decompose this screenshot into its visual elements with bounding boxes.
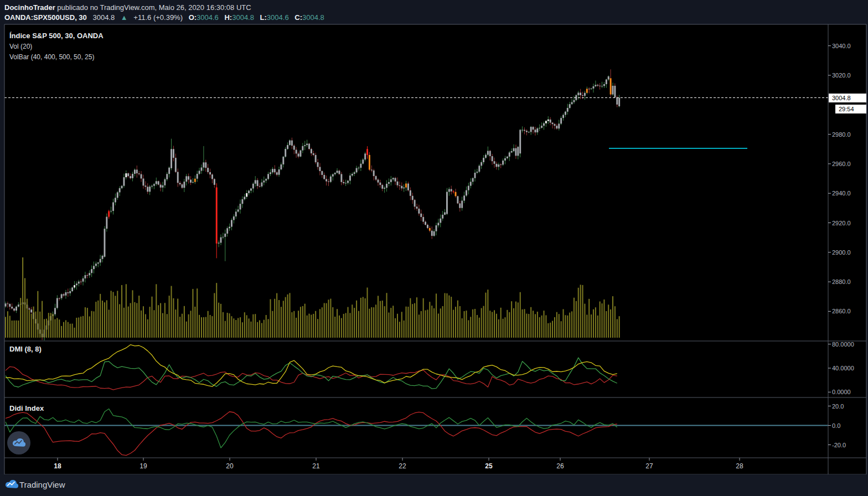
open-value: 3004.6 — [197, 13, 219, 22]
header-line1: DocinhoTrader publicado no TradingView.c… — [4, 3, 251, 12]
price-axis-label: 2920.0 — [832, 220, 851, 226]
header-line2: OANDA:SPX500USD, 30 3004.8 ▲ +11.6 (+0.3… — [4, 13, 324, 22]
price-axis-label: 2980.0 — [832, 131, 851, 138]
didi-pane-legend[interactable]: Didi Index — [9, 404, 44, 412]
tradingview-logo-icon — [12, 438, 25, 448]
chart-canvas[interactable] — [0, 0, 868, 496]
price-axis-label: 3040.0 — [832, 43, 851, 49]
price-axis-label: 3020.0 — [832, 72, 851, 79]
last-price: 3004.8 — [92, 13, 115, 22]
close-label: C: — [294, 13, 302, 22]
price-axis-label: 2900.0 — [832, 249, 851, 256]
dmi-axis-label: 0.0000 — [832, 389, 851, 395]
time-axis-label-28: 28 — [736, 462, 743, 470]
time-axis-label-19: 19 — [140, 462, 147, 470]
price-axis-label: 2960.0 — [832, 161, 851, 167]
price-axis-label: 2940.0 — [832, 190, 851, 197]
time-axis-label-26: 26 — [556, 462, 564, 470]
low-label: L: — [260, 13, 267, 22]
high-label: H: — [224, 13, 232, 22]
didi-axis-label: -20.0 — [832, 442, 846, 448]
didi-axis-label: 20.0 — [832, 403, 844, 410]
high-value: 3004.8 — [232, 13, 254, 22]
time-axis-label-18: 18 — [54, 462, 61, 470]
vol-indicator-legend[interactable]: Vol (20) — [9, 43, 32, 50]
dmi-axis-label: 40.0000 — [832, 365, 854, 371]
current-price-label: 3004.8 — [829, 94, 866, 102]
dmi-axis-label: 80.0000 — [832, 341, 854, 348]
price-axis-label: 2880.0 — [832, 278, 851, 285]
dmi-pane-legend[interactable]: DMI (8, 8) — [9, 345, 42, 353]
footer-bar: TradingView — [0, 474, 868, 496]
time-axis-label-22: 22 — [399, 462, 406, 470]
didi-axis-label: 0.0 — [832, 422, 840, 429]
tradingview-brand-icon[interactable] — [5, 479, 18, 489]
author-name: DocinhoTrader — [4, 3, 55, 12]
symbol-title[interactable]: OANDA:SPX500USD, 30 — [4, 13, 87, 22]
time-axis-label-25: 25 — [485, 462, 492, 470]
main-pane-legend[interactable]: Índice S&P 500, 30, OANDA — [9, 32, 104, 40]
time-axis-label-27: 27 — [645, 462, 653, 470]
tradingview-brand-text[interactable]: TradingView — [19, 480, 65, 489]
tradingview-watermark — [7, 431, 30, 454]
volbar-indicator-legend[interactable]: VolBar (40, 400, 500, 50, 25) — [9, 53, 94, 61]
time-axis-label-20: 20 — [226, 462, 233, 470]
time-axis-label-21: 21 — [312, 462, 319, 470]
price-change: +11.6 (+0.39%) — [133, 13, 183, 22]
price-axis-label: 2860.0 — [832, 308, 851, 314]
publish-info: publicado no TradingView.com, Maio 26, 2… — [55, 3, 251, 12]
open-label: O: — [189, 13, 197, 22]
bar-countdown-label: 29:54 — [835, 105, 866, 113]
up-arrow-icon: ▲ — [121, 13, 128, 22]
close-value: 3004.8 — [302, 13, 324, 22]
low-value: 3004.6 — [267, 13, 289, 22]
